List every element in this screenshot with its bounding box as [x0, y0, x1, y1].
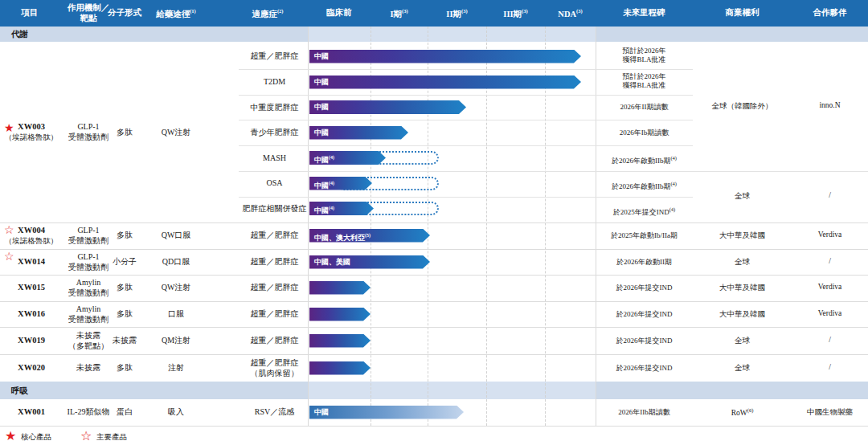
- rights: 大中華及韓國: [693, 309, 792, 320]
- indication: 超重／肥胖症: [235, 335, 314, 345]
- indication-divider: [239, 197, 693, 198]
- route-xw019: QM注射: [140, 335, 212, 345]
- indication: 超重／肥胖症（肌肉保留）: [235, 357, 314, 378]
- rights: 全球: [693, 257, 792, 267]
- row-divider: [0, 249, 868, 250]
- indication: OSA: [235, 178, 314, 188]
- rights: 全球: [693, 191, 792, 202]
- partner: Verdiva: [792, 231, 868, 239]
- milestone: 2026年II期讀數: [596, 103, 693, 112]
- col-header-rights: 商業權利: [693, 0, 792, 27]
- partner: /: [792, 336, 868, 344]
- legend-core-label: 核心產品: [21, 432, 69, 443]
- route-xw014: QD口服: [140, 256, 212, 267]
- partner: /: [792, 257, 868, 265]
- route-xw015: QW注射: [140, 282, 212, 292]
- row-divider: [0, 275, 868, 276]
- section-band-metabolic-phase-tint: [308, 27, 596, 42]
- route-xw016: 口服: [140, 308, 212, 319]
- legend-key-label: 主要產品: [96, 432, 145, 443]
- indication: 中重度肥胖症: [235, 102, 314, 112]
- col-header-preclinical: 臨床前: [308, 0, 371, 27]
- col-header-phase1: I期(3): [371, 0, 428, 27]
- route-xw004: QW口服: [140, 230, 212, 240]
- partner: 中國生物製藥: [792, 407, 868, 418]
- partner: inno.N: [792, 101, 868, 109]
- milestone: 於2026年啟動IIb期(4): [596, 179, 693, 191]
- indication: 超重／肥胖症: [235, 256, 314, 267]
- row-divider: [0, 301, 868, 302]
- phase-bar: [309, 361, 371, 375]
- partner: /: [792, 191, 868, 199]
- route-xw003: QW注射: [140, 127, 212, 137]
- section-band-respiratory-phase-tint: [308, 382, 596, 399]
- phase-bar: 中國: [309, 50, 581, 63]
- indication-divider: [239, 95, 693, 96]
- phase-bar: [309, 334, 371, 348]
- milestone: 於2026年提交IND: [596, 337, 693, 345]
- milestone: 預計於2026年獲得BLA批准: [596, 72, 693, 90]
- col-header-milestone: 未來里程碑: [596, 0, 693, 27]
- pipeline-chart: 項目 作用機制／靶點 分子形式 給藥途徑(1) 適應症(2) 臨床前 I期(3)…: [0, 0, 868, 445]
- indication-divider: [239, 145, 693, 146]
- col-header-item: 項目: [6, 0, 53, 27]
- row-divider: [0, 426, 868, 427]
- col-header-partner: 合作夥伴: [792, 0, 868, 27]
- partner: Verdiva: [792, 283, 868, 291]
- section-label-respiratory: 呼吸: [11, 386, 28, 397]
- milestone: 2026年IIb期讀數: [596, 408, 693, 417]
- phase-bar: 中國(4): [309, 151, 386, 165]
- col-header-phase2: II期(3): [428, 0, 486, 27]
- milestone: 於2026年啟動IIb期(4): [596, 153, 693, 165]
- rights: RoW(6): [693, 407, 792, 417]
- legend-core-star-icon: ★: [5, 430, 16, 443]
- phase-bar: 中國(4): [309, 177, 372, 190]
- rights: 大中華及韓國: [693, 283, 792, 293]
- col-header-route: 給藥途徑(1): [140, 0, 212, 27]
- indication-divider: [239, 120, 693, 120]
- partner: Verdiva: [792, 309, 868, 317]
- rights-group-divider: [693, 171, 868, 172]
- route-xw020: 注射: [140, 362, 212, 373]
- indication: 超重／肥胖症: [235, 282, 314, 292]
- indication: 超重／肥胖症: [235, 51, 314, 61]
- phase-bar: 中國(4): [309, 202, 374, 215]
- row-divider: [0, 354, 868, 355]
- partner: /: [792, 363, 868, 371]
- rights: 大中華及韓國: [693, 231, 792, 241]
- milestone: 於2026年提交IND: [596, 310, 693, 319]
- indication: RSV／流感: [235, 406, 314, 417]
- phase-bar: [309, 308, 371, 321]
- rights: 全球（韓國除外）: [693, 101, 792, 112]
- indication: 超重／肥胖症: [235, 308, 314, 319]
- indication: 超重／肥胖症: [235, 230, 314, 240]
- milestone: 於2026年提交IND: [596, 284, 693, 292]
- milestone: 2026年Ib期讀數: [596, 129, 693, 137]
- indication: T2DM: [235, 76, 314, 87]
- phase-bar: 中國: [309, 126, 408, 140]
- section-label-metabolic: 代謝: [11, 29, 28, 40]
- milestone: 於2026年提交IND: [596, 364, 693, 373]
- col-header-nda: NDA(3): [545, 0, 596, 27]
- phase-bar: 中國、澳大利亞(5): [309, 229, 430, 243]
- col-header-phase3: III期(3): [486, 0, 545, 27]
- phase-bar: 中國: [309, 100, 466, 114]
- milestone: 預計於2026年獲得BLA批准: [596, 47, 693, 64]
- row-divider: [0, 222, 868, 223]
- phase-bar: 中國: [309, 406, 464, 419]
- rights: 全球: [693, 336, 792, 346]
- indication: 青少年肥胖症: [235, 127, 314, 137]
- col-header-indication: 適應症(2): [231, 0, 304, 27]
- indication: 肥胖症相關併發症: [235, 203, 314, 214]
- phase-bar: 中國、美國: [309, 255, 430, 269]
- milestone: 於2025年啟動Ib/IIa期: [596, 231, 693, 240]
- phase-bar: [309, 281, 371, 295]
- indication: MASH: [235, 153, 314, 163]
- legend-key-star-icon: ☆: [80, 430, 92, 443]
- indication-divider: [239, 69, 693, 70]
- milestone: 於2026年啟動II期: [596, 258, 693, 267]
- row-divider: [0, 327, 868, 328]
- indication-divider: [239, 171, 693, 172]
- rights: 全球: [693, 363, 792, 374]
- route-xw001: 吸入: [140, 406, 212, 417]
